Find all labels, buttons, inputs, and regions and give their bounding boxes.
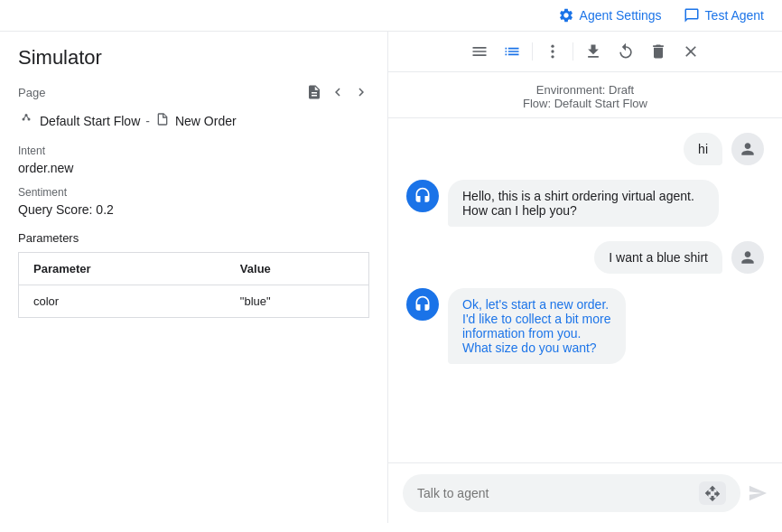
- svg-point-5: [551, 45, 554, 48]
- node-settings-icon[interactable]: [540, 39, 565, 64]
- left-panel: Simulator Page Default Start Flow: [0, 32, 388, 523]
- svg-line-4: [26, 116, 29, 120]
- value-col-header: Value: [226, 253, 369, 285]
- user-message: I want a blue shirt: [406, 241, 764, 274]
- page-toolbar: Page: [18, 84, 369, 100]
- send-button[interactable]: [748, 483, 768, 503]
- parameters-table: Parameter Value color"blue": [18, 252, 369, 318]
- page-name: New Order: [175, 114, 237, 128]
- agent-settings-button[interactable]: Agent Settings: [558, 7, 662, 23]
- menu-list-icon[interactable]: [499, 39, 525, 64]
- toolbar-divider: [532, 42, 533, 61]
- svg-point-7: [551, 55, 554, 58]
- flow-separator: -: [145, 114, 150, 128]
- intent-value: order.new: [18, 161, 369, 175]
- right-panel: Environment: Draft Flow: Default Start F…: [388, 32, 782, 523]
- forward-icon[interactable]: [353, 84, 369, 100]
- back-icon[interactable]: [330, 84, 346, 100]
- svg-point-6: [551, 50, 554, 52]
- top-bar: Agent Settings Test Agent: [0, 0, 782, 32]
- user-message: hi: [406, 133, 764, 165]
- user-bubble: I want a blue shirt: [594, 241, 722, 274]
- agent-avatar: [406, 288, 439, 321]
- close-icon[interactable]: [678, 39, 703, 64]
- user-avatar: [731, 241, 764, 274]
- refresh-icon[interactable]: [613, 39, 638, 64]
- toolbar-icons: [306, 84, 369, 100]
- agent-bubble: Hello, this is a shirt ordering virtual …: [448, 180, 719, 227]
- agent-avatar: [406, 180, 439, 212]
- param-cell: color: [19, 285, 226, 318]
- svg-line-3: [23, 116, 26, 120]
- agent-message: Hello, this is a shirt ordering virtual …: [406, 180, 764, 227]
- chat-header: Environment: Draft Flow: Default Start F…: [388, 72, 782, 118]
- chat-input[interactable]: [417, 486, 692, 500]
- intent-label: Intent: [18, 145, 369, 157]
- page-icon: [155, 112, 170, 129]
- parameters-label: Parameters: [18, 231, 369, 245]
- user-avatar: [731, 133, 764, 165]
- menu-lines-icon[interactable]: [467, 39, 492, 64]
- test-agent-button[interactable]: Test Agent: [684, 7, 764, 23]
- flow-name: Default Start Flow: [40, 114, 140, 128]
- chat-input-area: [388, 462, 782, 523]
- delete-icon[interactable]: [646, 39, 671, 64]
- query-score: Query Score: 0.2: [18, 202, 369, 217]
- env-label: Environment: Draft: [403, 83, 768, 97]
- chat-messages: hiHello, this is a shirt ordering virtua…: [388, 118, 782, 462]
- page-label: Page: [18, 86, 306, 99]
- test-agent-label: Test Agent: [705, 8, 764, 23]
- value-cell: "blue": [226, 285, 369, 318]
- page-doc-icon[interactable]: [306, 84, 322, 100]
- param-col-header: Parameter: [19, 253, 226, 285]
- download-icon[interactable]: [581, 39, 606, 64]
- simulator-title: Simulator: [18, 46, 369, 70]
- chat-input-wrapper: [403, 474, 740, 512]
- user-bubble: hi: [684, 133, 722, 165]
- flow-info: Default Start Flow - New Order: [18, 111, 369, 130]
- agent-bubble: Ok, let's start a new order. I'd like to…: [448, 288, 626, 364]
- table-row: color"blue": [19, 285, 369, 318]
- import-icon-btn[interactable]: [699, 481, 726, 505]
- sentiment-label: Sentiment: [18, 186, 369, 199]
- agent-message: Ok, let's start a new order. I'd like to…: [406, 288, 764, 364]
- main-layout: Simulator Page Default Start Flow: [0, 32, 782, 523]
- flow-icon: [18, 111, 34, 130]
- flow-label: Flow: Default Start Flow: [403, 97, 768, 110]
- toolbar-divider-2: [573, 42, 573, 61]
- chat-toolbar: [388, 32, 782, 72]
- agent-settings-label: Agent Settings: [580, 8, 662, 23]
